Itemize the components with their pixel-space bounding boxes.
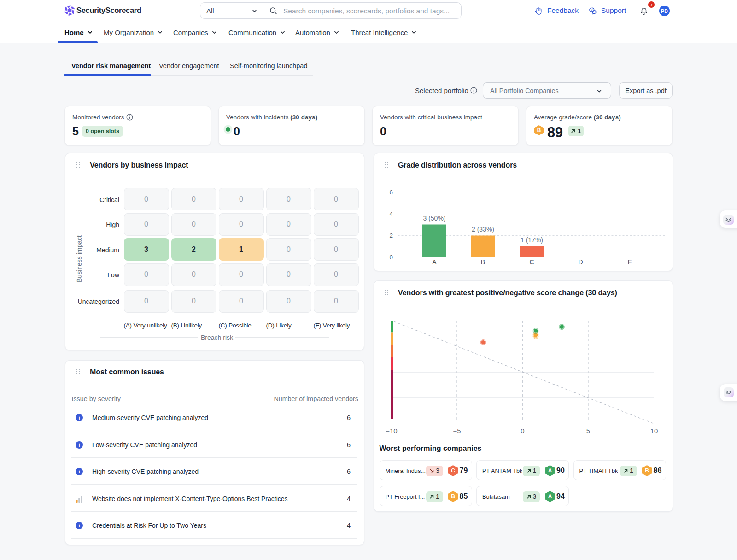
svg-text:?: ? xyxy=(591,8,593,12)
svg-text:−10: −10 xyxy=(386,427,397,435)
svg-text:2 (33%): 2 (33%) xyxy=(472,226,494,233)
svg-text:5: 5 xyxy=(586,427,590,435)
svg-text:0: 0 xyxy=(521,427,524,435)
svg-text:−5: −5 xyxy=(453,427,461,435)
svg-text:3 (50%): 3 (50%) xyxy=(423,215,445,222)
svg-text:0: 0 xyxy=(389,254,393,261)
svg-text:1 (17%): 1 (17%) xyxy=(521,236,543,244)
svg-text:6: 6 xyxy=(389,189,393,196)
svg-text:D: D xyxy=(578,258,583,266)
svg-text:C: C xyxy=(529,258,534,266)
svg-text:F: F xyxy=(628,258,632,266)
svg-text:B: B xyxy=(481,258,485,266)
svg-text:2: 2 xyxy=(389,232,393,239)
svg-text:10: 10 xyxy=(650,427,658,435)
svg-text:A: A xyxy=(432,258,437,266)
svg-text:4: 4 xyxy=(389,210,393,217)
